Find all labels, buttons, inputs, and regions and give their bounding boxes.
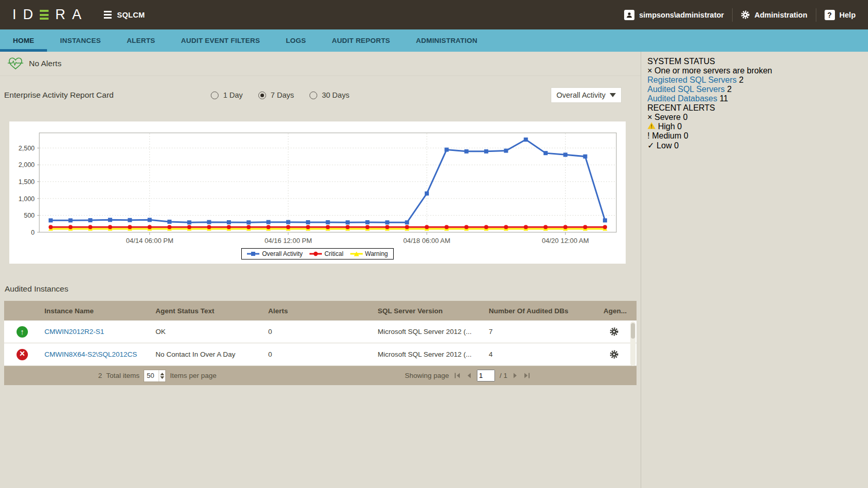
alert-item: ! Medium 0	[647, 131, 863, 141]
audited-sql-servers-value: 2	[727, 85, 732, 94]
previous-page-icon[interactable]	[466, 372, 472, 379]
audited-instances-table: Instance Name Agent Status Text Alerts S…	[4, 301, 637, 385]
svg-text:04/20 12:00 AM: 04/20 12:00 AM	[542, 237, 589, 245]
tab-home[interactable]: HOME	[0, 29, 47, 52]
hamburger-icon[interactable]	[104, 11, 112, 19]
radio-30-days[interactable]: 30 Days	[309, 91, 349, 99]
page-of-label: / 1	[500, 372, 507, 379]
gear-icon	[741, 10, 750, 19]
svg-text:500: 500	[24, 212, 35, 219]
svg-text:2,000: 2,000	[19, 161, 35, 169]
svg-text:1,500: 1,500	[19, 178, 35, 186]
radio-circle	[258, 91, 266, 99]
svg-text:2,500: 2,500	[19, 145, 35, 152]
recent-alerts-title: RECENT ALERTS	[647, 103, 863, 113]
help-menu[interactable]: ? Help	[825, 10, 856, 20]
tab-logs[interactable]: LOGS	[273, 29, 319, 52]
col-instance-name[interactable]: Instance Name	[40, 307, 151, 315]
alert-item: ✓ Low 0	[647, 141, 863, 150]
report-controls: Enterprise Activity Report Card 1 Day 7 …	[4, 86, 637, 104]
time-range-radios: 1 Day 7 Days 30 Days	[211, 91, 349, 99]
check-icon: ✓	[647, 141, 654, 150]
system-status-panel: SYSTEM STATUS × One or more servers are …	[647, 57, 863, 103]
status-down-icon	[17, 349, 28, 360]
next-page-icon[interactable]	[512, 372, 519, 379]
table-scrollbar[interactable]	[630, 322, 636, 366]
svg-text:04/18 06:00 AM: 04/18 06:00 AM	[404, 237, 451, 245]
audited-instances-title: Audited Instances	[5, 284, 641, 294]
first-page-icon[interactable]	[454, 372, 461, 379]
user-menu[interactable]: simpsons\administrator	[624, 10, 724, 20]
low-alerts-link[interactable]: ✓ Low	[647, 141, 674, 150]
severe-alerts-link[interactable]: × Severe	[647, 113, 683, 121]
help-icon: ?	[825, 10, 835, 20]
metric-dropdown[interactable]: Overall Activity	[551, 87, 622, 103]
col-agent-actions[interactable]: Agen...	[599, 307, 637, 315]
row-actions-gear-icon[interactable]	[603, 327, 618, 336]
idera-logo[interactable]: IDRA	[12, 7, 88, 23]
legend-overall-activity: Overall Activity	[247, 250, 303, 257]
svg-text:1,000: 1,000	[19, 195, 35, 203]
high-alerts-link[interactable]: High	[647, 122, 677, 131]
system-status-title: SYSTEM STATUS	[647, 57, 863, 66]
col-sql-server-version[interactable]: SQL Server Version	[374, 307, 485, 315]
status-up-icon	[17, 326, 28, 338]
total-items-label: Total items	[106, 372, 140, 379]
tab-audit-reports[interactable]: AUDIT REPORTS	[319, 29, 403, 52]
logo-text-right: RA	[55, 7, 88, 23]
app-header: IDRA SQLCM simpsons\administrator Admini…	[0, 0, 868, 29]
tab-administration[interactable]: ADMINISTRATION	[403, 29, 490, 52]
alerts-cell: 0	[264, 350, 374, 358]
page-number-input[interactable]	[477, 370, 495, 382]
user-icon	[624, 10, 634, 20]
main-nav: HOME INSTANCES ALERTS AUDIT EVENT FILTER…	[0, 29, 868, 52]
product-name: SQLCM	[117, 11, 145, 19]
instance-link[interactable]: CMWIN8X64-S2\SQL2012CS	[44, 350, 137, 358]
items-per-page-input[interactable]	[144, 370, 159, 382]
legend-critical: Critical	[309, 250, 344, 257]
medium-alerts-link[interactable]: ! Medium	[647, 131, 684, 140]
version-cell: Microsoft SQL Server 2012 (...	[374, 350, 485, 358]
metric-dropdown-value: Overall Activity	[556, 91, 606, 99]
row-actions-gear-icon[interactable]	[603, 350, 618, 359]
system-warning-row: × One or more servers are broken	[647, 66, 863, 75]
tab-instances[interactable]: INSTANCES	[47, 29, 114, 52]
report-card-title: Enterprise Activity Report Card	[4, 90, 114, 100]
agent-status-cell: OK	[151, 328, 264, 335]
activity-line-chart[interactable]: 05001,0001,5002,0002,50004/14 06:00 PM04…	[12, 125, 623, 247]
col-agent-status[interactable]: Agent Status Text	[151, 307, 264, 315]
divider	[816, 8, 816, 22]
instance-link[interactable]: CMWIN2012R2-S1	[44, 328, 104, 335]
radio-label: 7 Days	[271, 91, 294, 99]
audited-databases-link[interactable]: Audited Databases	[647, 94, 717, 103]
radio-1-day[interactable]: 1 Day	[211, 91, 243, 99]
version-cell: Microsoft SQL Server 2012 (...	[374, 328, 485, 335]
spinner-arrows[interactable]	[159, 370, 165, 382]
alerts-cell: 0	[264, 328, 374, 335]
radio-7-days[interactable]: 7 Days	[258, 91, 294, 99]
tab-alerts[interactable]: ALERTS	[114, 29, 168, 52]
registered-sql-servers-link[interactable]: Registered SQL Servers	[647, 75, 737, 84]
system-warning-text: One or more servers are broken	[655, 66, 772, 75]
col-alerts[interactable]: Alerts	[264, 307, 374, 315]
table-row: CMWIN2012R2-S1 OK 0 Microsoft SQL Server…	[4, 321, 637, 343]
audited-databases-value: 11	[720, 94, 729, 103]
tab-audit-event-filters[interactable]: AUDIT EVENT FILTERS	[168, 29, 273, 52]
alert-item: High 0	[647, 122, 863, 131]
radio-circle	[211, 91, 219, 99]
audited-sql-servers-link[interactable]: Audited SQL Servers	[647, 85, 725, 94]
status-item: Audited Databases 11	[647, 94, 863, 103]
last-page-icon[interactable]	[523, 372, 531, 379]
administration-menu[interactable]: Administration	[741, 10, 807, 19]
table-header-row: Instance Name Agent Status Text Alerts S…	[4, 301, 637, 321]
administration-label: Administration	[754, 11, 807, 19]
help-label: Help	[840, 11, 856, 19]
col-number-audited-dbs[interactable]: Number Of Audited DBs	[485, 307, 599, 315]
table-footer: 2 Total items Items per page Showing pag…	[4, 366, 637, 385]
radio-label: 30 Days	[322, 91, 349, 99]
divider	[732, 8, 733, 22]
items-per-page-spinner	[144, 370, 166, 382]
agent-status-cell: No Contact In Over A Day	[151, 350, 264, 358]
topbar-right: simpsons\administrator Administration ? …	[624, 8, 856, 22]
medium-icon: !	[647, 131, 649, 140]
